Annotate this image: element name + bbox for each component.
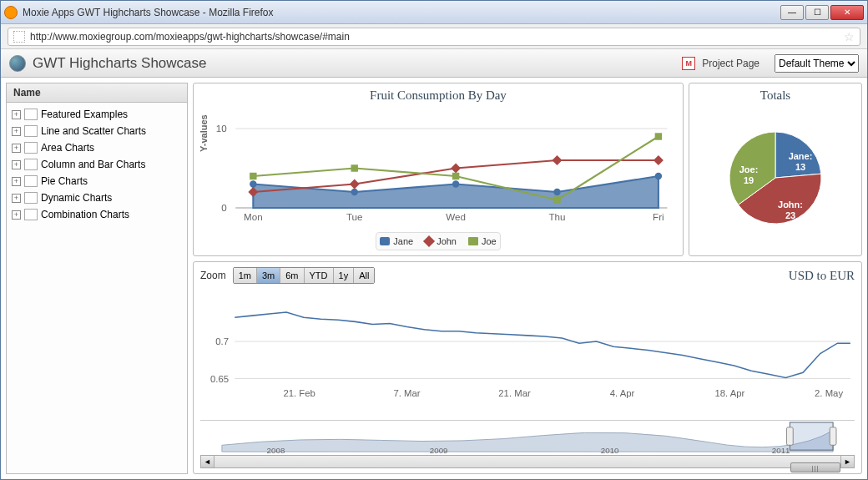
svg-text:2. May: 2. May — [815, 388, 843, 398]
svg-text:21. Feb: 21. Feb — [283, 388, 315, 398]
pie-chart[interactable]: Jane: 13 John: 23 Joe: 19 — [700, 111, 850, 245]
app-logo-icon — [9, 55, 26, 72]
sidebar-header: Name — [7, 83, 187, 103]
zoom-1y[interactable]: 1y — [334, 268, 355, 283]
svg-rect-40 — [790, 422, 833, 450]
zoom-1m[interactable]: 1m — [234, 268, 257, 283]
scroll-right-button[interactable]: ► — [840, 456, 854, 467]
tree-item-dynamic[interactable]: +Dynamic Charts — [8, 189, 185, 206]
svg-point-6 — [452, 180, 459, 187]
svg-text:2009: 2009 — [430, 446, 448, 455]
zoom-label: Zoom — [200, 270, 226, 281]
tree-label: Featured Examples — [41, 109, 128, 120]
tree-item-column[interactable]: +Column and Bar Charts — [8, 156, 185, 173]
svg-text:0.65: 0.65 — [210, 374, 229, 384]
svg-rect-11 — [451, 164, 461, 174]
page-icon — [13, 31, 25, 43]
tree-label: Combination Charts — [41, 209, 129, 220]
svg-rect-15 — [351, 164, 358, 171]
stock-chart-title: USD to EUR — [789, 269, 855, 283]
expand-icon[interactable]: + — [12, 110, 21, 119]
navigator-scrollbar[interactable]: ◄ ||| ► — [200, 455, 855, 468]
expand-icon[interactable]: + — [12, 177, 21, 186]
diamond-icon — [423, 235, 435, 247]
app-title: GWT Highcharts Showcase — [33, 55, 675, 72]
zoom-6m[interactable]: 6m — [280, 268, 304, 283]
combo-chart-icon — [24, 209, 38, 220]
legend-john[interactable]: John — [425, 236, 457, 246]
zoom-all[interactable]: All — [354, 268, 374, 283]
window-title: Moxie Apps GWT Highcharts Showcase - Moz… — [23, 7, 780, 18]
expand-icon[interactable]: + — [12, 160, 21, 169]
svg-text:4. Apr: 4. Apr — [610, 388, 635, 398]
tree-label: Dynamic Charts — [41, 192, 112, 204]
svg-text:21. Mar: 21. Mar — [498, 388, 531, 398]
tree-item-combination[interactable]: +Combination Charts — [8, 206, 185, 223]
tree-label: Pie Charts — [41, 175, 88, 187]
tree-item-area[interactable]: +Area Charts — [8, 139, 185, 156]
legend-jane[interactable]: Jane — [380, 236, 413, 246]
tree: +Featured Examples +Line and Scatter Cha… — [7, 103, 187, 226]
scroll-thumb[interactable]: ||| — [790, 462, 840, 472]
tree-item-pie[interactable]: +Pie Charts — [8, 173, 185, 189]
project-page-icon: M — [682, 57, 695, 70]
tree-item-featured[interactable]: +Featured Examples — [8, 106, 185, 123]
tree-item-line[interactable]: +Line and Scatter Charts — [8, 123, 185, 139]
area-chart-legend: Jane John Joe — [376, 232, 500, 250]
zoom-buttons: 1m 3m 6m YTD 1y All — [233, 267, 376, 284]
svg-text:10: 10 — [216, 123, 227, 134]
svg-text:13: 13 — [795, 162, 805, 172]
navigator[interactable]: 2008 2009 2010 2011 — [200, 420, 855, 455]
svg-rect-41 — [786, 427, 793, 445]
tree-label: Column and Bar Charts — [41, 159, 145, 170]
svg-text:Joe:: Joe: — [739, 164, 759, 174]
area-chart[interactable]: 10 0 — [200, 104, 676, 232]
sidebar: Name +Featured Examples +Line and Scatte… — [6, 83, 188, 474]
area-chart-icon — [24, 142, 38, 154]
svg-text:Fri: Fri — [653, 211, 664, 222]
stock-chart[interactable]: 0.7 0.65 21. Feb 7. Mar 21. Mar 4. Apr 1… — [200, 287, 855, 418]
expand-icon[interactable]: + — [12, 127, 21, 136]
svg-rect-12 — [553, 155, 563, 165]
svg-text:Mon: Mon — [244, 211, 263, 222]
pie-chart-title: Totals — [696, 88, 855, 103]
pie-chart-panel: Totals Jane: 13 — [689, 83, 862, 256]
firefox-icon — [4, 6, 18, 19]
svg-text:Jane:: Jane: — [789, 151, 813, 161]
svg-text:0: 0 — [221, 202, 226, 213]
square-icon — [468, 237, 478, 245]
bookmark-star-icon[interactable]: ☆ — [844, 30, 855, 43]
expand-icon[interactable]: + — [12, 194, 21, 203]
minimize-button[interactable]: — — [780, 5, 804, 20]
svg-rect-13 — [654, 155, 664, 165]
svg-text:23: 23 — [785, 210, 795, 220]
svg-text:2010: 2010 — [601, 446, 619, 455]
zoom-3m[interactable]: 3m — [257, 268, 280, 283]
tree-label: Area Charts — [41, 142, 94, 154]
svg-point-7 — [553, 189, 560, 195]
svg-text:Thu: Thu — [548, 211, 565, 222]
svg-text:2011: 2011 — [772, 446, 790, 455]
pie-chart-icon — [24, 175, 38, 187]
expand-icon[interactable]: + — [12, 210, 21, 220]
svg-text:2008: 2008 — [267, 446, 285, 455]
project-page-link[interactable]: Project Page — [702, 58, 760, 69]
browser-window: Moxie Apps GWT Highcharts Showcase - Moz… — [0, 0, 868, 480]
url-input[interactable] — [30, 31, 839, 43]
close-button[interactable]: ✕ — [830, 5, 864, 20]
svg-rect-16 — [452, 173, 459, 179]
theme-select[interactable]: Default Theme — [775, 54, 859, 73]
maximize-button[interactable]: ☐ — [805, 5, 829, 20]
svg-rect-42 — [830, 427, 836, 445]
svg-point-4 — [250, 180, 256, 187]
svg-text:18. Apr: 18. Apr — [714, 388, 744, 398]
legend-joe[interactable]: Joe — [468, 236, 497, 246]
expand-icon[interactable]: + — [12, 144, 21, 153]
svg-point-8 — [655, 173, 662, 179]
url-bar: ☆ — [1, 24, 867, 49]
svg-rect-17 — [553, 196, 560, 203]
app-header: GWT Highcharts Showcase M Project Page D… — [1, 49, 867, 78]
zoom-ytd[interactable]: YTD — [305, 268, 334, 283]
area-chart-title: Fruit Consumption By Day — [200, 88, 676, 103]
scroll-left-button[interactable]: ◄ — [201, 456, 214, 467]
